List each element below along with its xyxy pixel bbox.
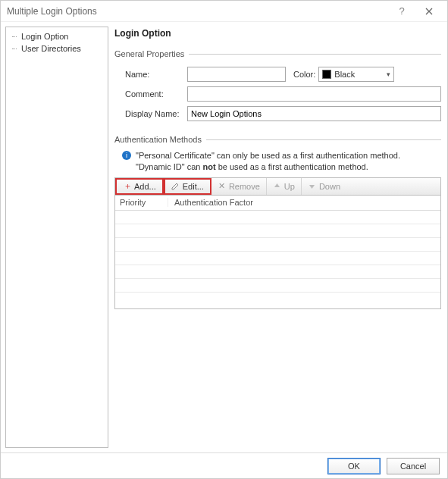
close-button[interactable]: [415, 2, 443, 21]
close-icon: [425, 8, 433, 15]
up-button-label: Up: [284, 182, 295, 191]
section-general-label: General Properties: [114, 49, 184, 58]
table-row[interactable]: [115, 224, 440, 238]
edit-button[interactable]: Edit...: [164, 178, 211, 195]
color-label: Color:: [293, 70, 315, 79]
info-icon: i: [122, 151, 131, 160]
remove-button[interactable]: ✕ Remove: [211, 178, 267, 195]
plus-icon: ＋: [123, 182, 132, 191]
comment-input[interactable]: [187, 86, 441, 102]
table-row[interactable]: [115, 279, 440, 293]
chevron-down-icon: ▾: [387, 70, 390, 78]
col-factor[interactable]: Authentication Factor: [168, 198, 440, 207]
add-button-label: Add...: [134, 182, 156, 191]
table-row[interactable]: [115, 211, 440, 224]
pencil-icon: [171, 182, 180, 191]
down-button[interactable]: Down: [302, 178, 346, 195]
tree-item-user-directories[interactable]: User Directories: [8, 42, 106, 55]
section-auth: Authentication Methods: [114, 135, 441, 144]
table-body: [115, 211, 440, 306]
dialog-window: Multiple Login Options ? Login Option Us…: [0, 0, 448, 479]
table-row[interactable]: [115, 238, 440, 252]
auth-note-line2-pre: "Dynamic ID" can: [136, 162, 203, 171]
col-priority[interactable]: Priority: [115, 198, 168, 207]
main-panel: Login Option General Properties Name: Co…: [113, 27, 443, 448]
nav-tree: Login Option User Directories: [5, 27, 108, 448]
auth-note-text: "Personal Certificate" can only be used …: [136, 150, 400, 173]
display-name-input[interactable]: [187, 106, 441, 121]
down-button-label: Down: [319, 182, 340, 191]
color-swatch-icon: [322, 70, 331, 79]
add-button[interactable]: ＋ Add...: [115, 178, 164, 195]
name-label: Name:: [114, 70, 187, 79]
spacer: [114, 309, 441, 448]
divider: [189, 54, 441, 55]
row-name: Name: Color: Black ▾: [114, 67, 441, 82]
up-button[interactable]: Up: [267, 178, 302, 195]
color-dropdown[interactable]: Black ▾: [318, 67, 394, 82]
section-auth-label: Authentication Methods: [114, 135, 202, 144]
ok-button[interactable]: OK: [327, 458, 381, 474]
auth-toolbar: ＋ Add... Edit... ✕ Remove: [114, 177, 441, 196]
arrow-down-icon: [308, 182, 317, 191]
auth-note-line2: "Dynamic ID" can not be used as a first …: [136, 161, 400, 173]
edit-button-label: Edit...: [183, 182, 204, 191]
dialog-body: Login Option User Directories Login Opti…: [1, 22, 447, 452]
dialog-footer: OK Cancel: [1, 452, 447, 478]
titlebar: Multiple Login Options ?: [1, 1, 447, 22]
auth-note-line1: "Personal Certificate" can only be used …: [136, 150, 400, 161]
x-icon: ✕: [218, 182, 227, 191]
page-heading: Login Option: [114, 28, 441, 39]
table-row[interactable]: [115, 293, 440, 306]
cancel-button[interactable]: Cancel: [387, 458, 440, 474]
color-value: Black: [334, 70, 355, 79]
auth-note: i "Personal Certificate" can only be use…: [114, 150, 441, 173]
divider: [206, 139, 441, 140]
table-row[interactable]: [115, 252, 440, 265]
table-header: Priority Authentication Factor: [115, 196, 440, 211]
remove-button-label: Remove: [229, 182, 260, 191]
arrow-up-icon: [273, 182, 282, 191]
table-row[interactable]: [115, 265, 440, 279]
auth-note-line2-bold: not: [203, 162, 216, 171]
auth-table: Priority Authentication Factor: [114, 196, 441, 309]
section-general: General Properties: [114, 49, 441, 58]
row-display-name: Display Name:: [114, 106, 441, 121]
name-input[interactable]: [187, 67, 286, 82]
tree-item-login-option[interactable]: Login Option: [8, 30, 106, 42]
display-name-label: Display Name:: [114, 109, 187, 118]
row-comment: Comment:: [114, 86, 441, 102]
auth-note-line2-post: be used as a first authentication method…: [216, 162, 368, 171]
help-button[interactable]: ?: [388, 2, 415, 21]
window-title: Multiple Login Options: [7, 6, 388, 17]
comment-label: Comment:: [114, 89, 187, 99]
